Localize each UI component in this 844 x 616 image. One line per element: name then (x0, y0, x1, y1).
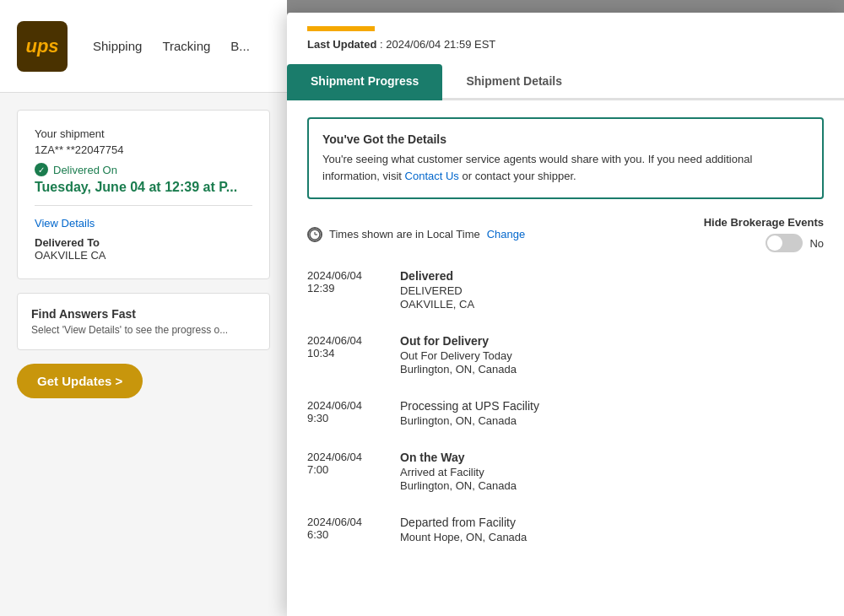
info-box: You've Got the Details You're seeing wha… (307, 117, 824, 199)
event-details-4: On the Way Arrived at Facility Burlingto… (400, 451, 824, 492)
nav-tracking[interactable]: Tracking (162, 39, 210, 53)
event-details-2: Out for Delivery Out For Delivery Today … (400, 334, 824, 376)
event-datetime-3: 2024/06/04 9:30 (307, 399, 383, 424)
logo-text: ups (25, 35, 58, 57)
delivered-to-label: Delivered To (35, 236, 252, 249)
tab-shipment-progress[interactable]: Shipment Progress (287, 64, 442, 100)
ups-logo: ups (17, 21, 68, 72)
event-subtitle-2: Out For Delivery Today (400, 349, 824, 362)
event-time-5: 6:30 (307, 528, 383, 541)
event-datetime-5: 2024/06/04 6:30 (307, 516, 383, 541)
event-details-5: Departed from Facility Mount Hope, ON, C… (400, 516, 824, 543)
tracking-number: 1ZA** **22047754 (35, 143, 252, 156)
delivery-date: Tuesday, June 04 at 12:39 at P... (35, 180, 252, 195)
last-updated-section: Last Updated : 2024/06/04 21:59 EST (287, 38, 844, 64)
tracking-event-1: 2024/06/04 12:39 Delivered DELIVERED OAK… (307, 269, 824, 311)
tab-shipment-details[interactable]: Shipment Details (442, 64, 586, 98)
event-details-3: Processing at UPS Facility Burlington, O… (400, 399, 824, 427)
find-answers-title: Find Answers Fast (31, 307, 256, 321)
event-details-1: Delivered DELIVERED OAKVILLE, CA (400, 269, 824, 311)
event-time-3: 9:30 (307, 412, 383, 424)
brokerage-toggle: Hide Brokerage Events No (704, 216, 824, 252)
panel-content: You've Got the Details You're seeing wha… (287, 100, 844, 616)
brokerage-label: Hide Brokerage Events (704, 216, 824, 229)
tracking-event-5: 2024/06/04 6:30 Departed from Facility M… (307, 516, 824, 543)
timezone-label: Times shown are in Local Time (329, 228, 480, 240)
overlay-panel: Last Updated : 2024/06/04 21:59 EST Ship… (287, 13, 844, 616)
event-date-3: 2024/06/04 (307, 399, 383, 412)
shipment-card: Your shipment 1ZA** **22047754 ✓ Deliver… (17, 110, 270, 279)
top-accent-bar (307, 26, 375, 31)
event-location-2: Burlington, ON, Canada (400, 363, 824, 376)
check-circle-icon: ✓ (35, 163, 48, 176)
event-title-1: Delivered (400, 269, 824, 283)
tracking-events: 2024/06/04 12:39 Delivered DELIVERED OAK… (307, 269, 824, 543)
event-time-2: 10:34 (307, 347, 383, 359)
contact-us-link[interactable]: Contact Us (405, 170, 459, 182)
nav-shipping[interactable]: Shipping (93, 39, 142, 53)
event-time-4: 7:00 (307, 463, 383, 476)
event-date-2: 2024/06/04 (307, 334, 383, 347)
toggle-container: No (766, 234, 824, 252)
tracking-event-4: 2024/06/04 7:00 On the Way Arrived at Fa… (307, 451, 824, 492)
timezone-left: Times shown are in Local Time Change (307, 227, 525, 242)
find-answers-text: Select 'View Details' to see the progres… (31, 324, 256, 336)
get-updates-button[interactable]: Get Updates > (17, 364, 143, 398)
tracking-event-3: 2024/06/04 9:30 Processing at UPS Facili… (307, 399, 824, 427)
event-location-5: Mount Hope, ON, Canada (400, 531, 824, 543)
delivered-on-label: Delivered On (53, 164, 117, 176)
event-subtitle-4: Arrived at Facility (400, 466, 824, 478)
info-box-title: You've Got the Details (322, 132, 809, 146)
info-box-text: You're seeing what customer service agen… (322, 151, 809, 184)
divider (35, 205, 252, 206)
event-datetime-1: 2024/06/04 12:39 (307, 269, 383, 294)
last-updated-value: 2024/06/04 21:59 EST (386, 38, 495, 51)
event-location-4: Burlington, ON, Canada (400, 479, 824, 492)
clock-icon (307, 227, 322, 242)
info-box-body-after: or contact your shipper. (459, 170, 576, 182)
ups-header: ups Shipping Tracking B... (0, 0, 287, 93)
tracking-event-2: 2024/06/04 10:34 Out for Delivery Out Fo… (307, 334, 824, 376)
event-datetime-4: 2024/06/04 7:00 (307, 451, 383, 476)
view-details-link[interactable]: View Details (35, 217, 95, 230)
find-answers-card: Find Answers Fast Select 'View Details' … (17, 293, 270, 350)
event-location-3: Burlington, ON, Canada (400, 414, 824, 427)
event-subtitle-1: DELIVERED (400, 284, 824, 297)
event-date-4: 2024/06/04 (307, 451, 383, 463)
timezone-row: Times shown are in Local Time Change Hid… (307, 216, 824, 252)
event-title-3: Processing at UPS Facility (400, 399, 824, 413)
delivered-to-value: OAKVILLE CA (35, 249, 252, 262)
ups-content: Your shipment 1ZA** **22047754 ✓ Deliver… (0, 93, 287, 415)
event-datetime-2: 2024/06/04 10:34 (307, 334, 383, 359)
delivered-badge: ✓ Delivered On (35, 163, 252, 176)
nav-other[interactable]: B... (230, 39, 250, 53)
event-location-1: OAKVILLE, CA (400, 298, 824, 311)
tabs-container: Shipment Progress Shipment Details (287, 64, 844, 100)
change-timezone-link[interactable]: Change (487, 228, 526, 240)
event-title-5: Departed from Facility (400, 516, 824, 529)
event-date-1: 2024/06/04 (307, 269, 383, 282)
last-updated-label: Last Updated (307, 38, 376, 51)
event-title-4: On the Way (400, 451, 824, 464)
ups-nav: Shipping Tracking B... (93, 39, 250, 53)
shipment-label: Your shipment (35, 127, 252, 140)
brokerage-toggle-switch[interactable] (766, 234, 803, 252)
brokerage-toggle-value: No (809, 237, 824, 250)
event-time-1: 12:39 (307, 282, 383, 294)
ups-background: ups Shipping Tracking B... Your shipment… (0, 0, 287, 616)
event-date-5: 2024/06/04 (307, 516, 383, 528)
event-title-2: Out for Delivery (400, 334, 824, 348)
